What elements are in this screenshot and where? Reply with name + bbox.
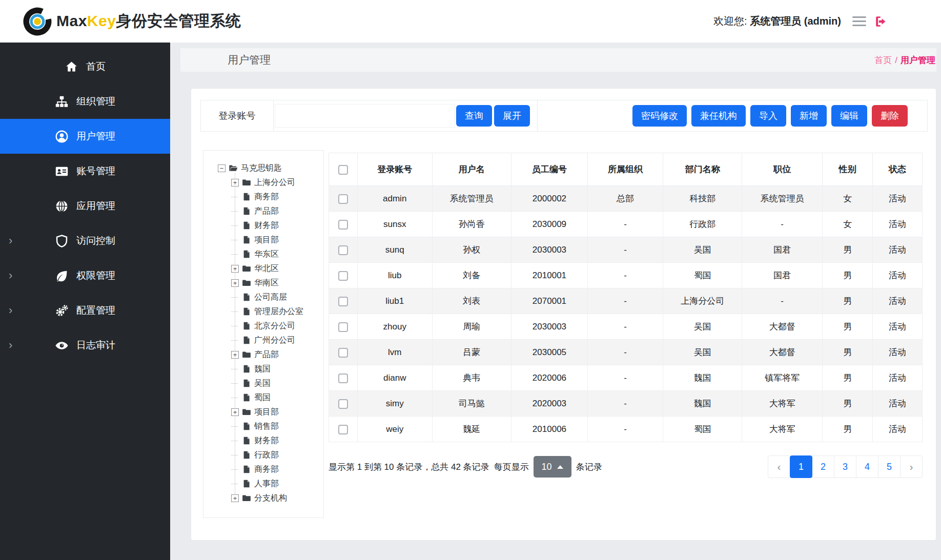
table-cell: 2030005 xyxy=(512,340,588,365)
sidebar-item-label: 访问控制 xyxy=(76,234,115,247)
expand-toggle-icon[interactable]: + xyxy=(231,408,239,416)
row-checkbox[interactable] xyxy=(338,399,348,409)
tree-node[interactable]: +项目部 xyxy=(231,405,279,419)
row-checkbox[interactable] xyxy=(338,322,348,332)
select-all-checkbox[interactable] xyxy=(338,165,348,175)
query-button[interactable]: 查询 xyxy=(456,105,492,127)
tree-node[interactable]: 管理层办公室 xyxy=(231,304,303,319)
table-row[interactable]: liub1刘表2070001-上海分公司-男活动 xyxy=(329,288,923,314)
tree-node[interactable]: 财务部 xyxy=(231,433,279,448)
expand-toggle-icon[interactable]: + xyxy=(231,351,239,359)
row-checkbox-cell xyxy=(329,263,358,288)
sidebar-item-audit[interactable]: ›日志审计 xyxy=(0,328,170,363)
table-cell: liub xyxy=(357,263,432,288)
sitemap-icon xyxy=(55,95,69,109)
tree-connector-stub xyxy=(231,480,239,488)
tree-node[interactable]: 公司高层 xyxy=(231,290,287,304)
page-button-3[interactable]: 3 xyxy=(834,455,856,478)
row-checkbox[interactable] xyxy=(338,348,348,358)
tree-node[interactable]: 北京分公司 xyxy=(231,319,295,333)
login-account-input[interactable] xyxy=(275,104,455,128)
tree-node[interactable]: 广州分公司 xyxy=(231,333,295,347)
page-button-2[interactable]: 2 xyxy=(812,455,834,478)
tree-node[interactable]: 魏国 xyxy=(231,362,271,376)
expand-button[interactable]: 展开 xyxy=(494,105,530,127)
sidebar-item-account[interactable]: 账号管理 xyxy=(0,154,170,189)
table-row[interactable]: admin系统管理员2000002总部科技部系统管理员女活动 xyxy=(329,186,923,212)
change-password-button[interactable]: 密码修改 xyxy=(632,105,687,127)
tree-node[interactable]: 吴国 xyxy=(231,376,271,390)
tree-node[interactable]: 蜀国 xyxy=(231,390,271,405)
expand-toggle-icon[interactable]: + xyxy=(231,265,239,273)
page-button-4[interactable]: 4 xyxy=(856,455,878,478)
sidebar-item-access[interactable]: ›访问控制 xyxy=(0,223,170,258)
table-row[interactable]: zhouy周瑜2030003-吴国大都督男活动 xyxy=(329,314,923,340)
tree-node[interactable]: 行政部 xyxy=(231,448,279,462)
table-cell: 蜀国 xyxy=(663,417,742,442)
column-header: 性别 xyxy=(823,153,873,186)
menu-icon[interactable] xyxy=(852,16,866,27)
tree-node[interactable]: −马克思钥匙 xyxy=(218,161,282,175)
row-checkbox-cell xyxy=(329,237,358,263)
tree-node[interactable]: 销售部 xyxy=(231,419,279,433)
expand-toggle-icon[interactable]: + xyxy=(231,179,239,186)
expand-toggle-icon[interactable]: + xyxy=(231,494,239,502)
file-icon xyxy=(242,307,251,316)
table-cell: 系统管理员 xyxy=(742,186,823,212)
table-cell: 男 xyxy=(823,365,873,391)
row-checkbox[interactable] xyxy=(338,297,348,306)
delete-button[interactable]: 删除 xyxy=(872,105,908,127)
column-header: 状态 xyxy=(873,153,923,186)
tree-node[interactable]: +华北区 xyxy=(231,261,279,276)
table-cell: 活动 xyxy=(873,237,923,263)
sidebar-item-user[interactable]: 用户管理 xyxy=(0,119,170,154)
table-cell: 刘备 xyxy=(432,263,512,288)
row-checkbox[interactable] xyxy=(338,374,348,383)
table-row[interactable]: dianw典韦2020006-魏国镇军将军男活动 xyxy=(329,365,923,391)
collapse-toggle-icon[interactable]: − xyxy=(218,164,226,172)
tree-node[interactable]: 华东区 xyxy=(231,247,279,261)
sidebar-item-org[interactable]: 组织管理 xyxy=(0,84,170,119)
tree-node[interactable]: +分支机构 xyxy=(231,491,287,505)
edit-button[interactable]: 编辑 xyxy=(831,105,867,127)
page-button-5[interactable]: 5 xyxy=(878,455,901,478)
row-checkbox[interactable] xyxy=(338,425,348,434)
tree-node[interactable]: 财务部 xyxy=(231,218,279,233)
row-checkbox[interactable] xyxy=(338,245,348,255)
tree-node[interactable]: 商务部 xyxy=(231,462,279,476)
page-size-select[interactable]: 10 xyxy=(534,456,571,478)
table-row[interactable]: liub刘备2010001-蜀国国君男活动 xyxy=(329,263,923,288)
table-row[interactable]: weiy魏延2010006-蜀国大将军男活动 xyxy=(329,417,923,442)
sidebar-item-perm[interactable]: ›权限管理 xyxy=(0,258,170,293)
tree-node[interactable]: 项目部 xyxy=(231,233,279,247)
table-row[interactable]: sunsx孙尚香2030009-行政部-女活动 xyxy=(329,212,923,237)
add-button[interactable]: 新增 xyxy=(791,105,827,127)
logout-icon[interactable] xyxy=(874,15,888,28)
tree-node-label: 广州分公司 xyxy=(254,335,295,346)
row-checkbox[interactable] xyxy=(338,194,348,204)
row-checkbox[interactable] xyxy=(338,271,348,281)
page-button-1[interactable]: 1 xyxy=(790,455,812,478)
sidebar-item-config[interactable]: ›配置管理 xyxy=(0,293,170,328)
import-button[interactable]: 导入 xyxy=(750,105,786,127)
concurrent-org-button[interactable]: 兼任机构 xyxy=(691,105,746,127)
tree-node-label: 产品部 xyxy=(254,206,279,217)
tree-node[interactable]: +上海分公司 xyxy=(231,175,295,190)
table-cell: 2020006 xyxy=(512,365,588,391)
prev-page-button[interactable]: ‹ xyxy=(768,455,790,478)
tree-node[interactable]: +产品部 xyxy=(231,347,279,362)
table-row[interactable]: sunq孙权2030003-吴国国君男活动 xyxy=(329,237,923,263)
table-row[interactable]: lvm吕蒙2030005-吴国大都督男活动 xyxy=(329,340,923,365)
tree-node[interactable]: 产品部 xyxy=(231,204,279,218)
row-checkbox[interactable] xyxy=(338,220,348,230)
table-row[interactable]: simy司马懿2020003-魏国大将军男活动 xyxy=(329,391,923,417)
sidebar-item-home[interactable]: 首页 xyxy=(0,49,170,84)
expand-toggle-icon[interactable]: + xyxy=(231,279,239,287)
tree-node[interactable]: 商务部 xyxy=(231,190,279,204)
breadcrumb-home-link[interactable]: 首页 xyxy=(874,55,892,65)
tree-node[interactable]: +华南区 xyxy=(231,276,279,290)
tree-node-label: 魏国 xyxy=(254,364,271,375)
next-page-button[interactable]: › xyxy=(900,455,923,478)
tree-node[interactable]: 人事部 xyxy=(231,476,279,491)
sidebar-item-app[interactable]: 应用管理 xyxy=(0,189,170,223)
